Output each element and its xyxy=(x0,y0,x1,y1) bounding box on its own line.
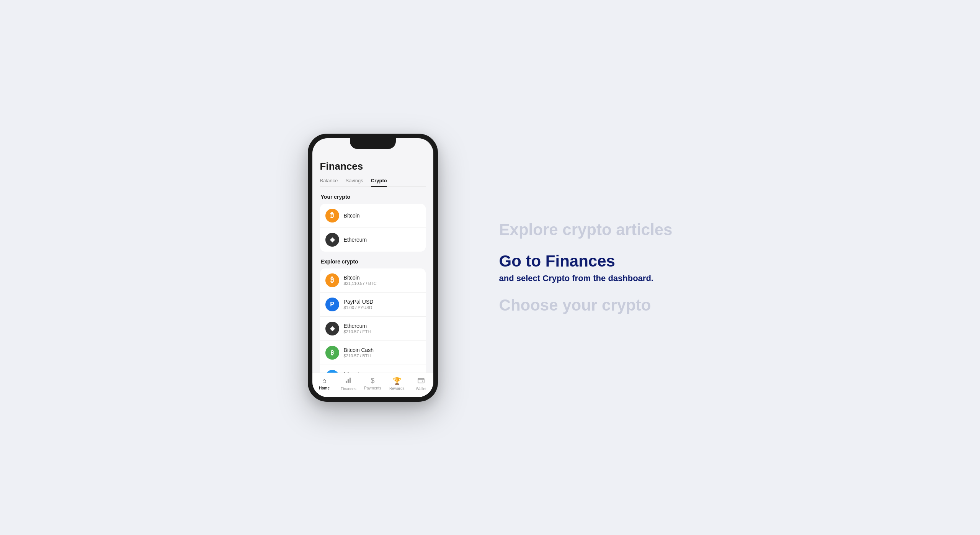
bitcoincash-price: $210.57 / BTH xyxy=(344,353,420,358)
tab-balance[interactable]: Balance xyxy=(320,178,338,187)
tab-savings[interactable]: Savings xyxy=(346,178,363,187)
step1-text: Explore crypto articles xyxy=(499,220,673,239)
nav-wallet-label: Wallet xyxy=(416,387,426,391)
rewards-icon: 🏆 xyxy=(393,377,401,385)
your-crypto-title: Your crypto xyxy=(320,194,426,200)
tab-bar: Balance Savings Crypto xyxy=(320,178,426,187)
nav-finances[interactable]: Finances xyxy=(336,377,361,391)
bottom-nav: ⌂ Home Finances $ Payments xyxy=(312,373,433,397)
bitcoin-icon: ₿ xyxy=(325,209,339,223)
bitcoincash-icon: ₿ xyxy=(325,346,339,360)
explore-crypto-title: Explore crypto xyxy=(320,259,426,265)
nav-finances-label: Finances xyxy=(341,387,356,391)
ethereum-explore-icon: ◆ xyxy=(325,322,339,335)
paypal-icon: P xyxy=(325,298,339,311)
ethereum-explore-price: $210.57 / ETH xyxy=(344,329,420,334)
ethereum-name: Ethereum xyxy=(344,237,420,243)
step2-title: Go to Finances xyxy=(499,252,673,271)
step2-container: Go to Finances and select Crypto from th… xyxy=(499,252,673,283)
svg-point-5 xyxy=(422,380,423,381)
litecoin-icon: Ł xyxy=(325,370,339,373)
phone-screen: Finances Balance Savings Crypto Your cry… xyxy=(312,138,433,397)
svg-rect-2 xyxy=(350,378,351,383)
nav-home[interactable]: ⌂ Home xyxy=(312,377,336,391)
right-content-panel: Explore crypto articles Go to Finances a… xyxy=(499,220,673,315)
page-container: Finances Balance Savings Crypto Your cry… xyxy=(0,0,980,535)
step2-subtitle: and select Crypto from the dashboard. xyxy=(499,273,673,283)
list-item[interactable]: ◆ Ethereum $210.57 / ETH xyxy=(320,317,426,341)
bitcoin-explore-price: $21,110.57 / BTC xyxy=(344,281,420,286)
svg-rect-1 xyxy=(348,379,349,383)
list-item[interactable]: Ł Litecoin $48.96 / LTC xyxy=(320,365,426,373)
list-item[interactable]: ₿ Bitcoin $21,110.57 / BTC xyxy=(320,268,426,293)
ethereum-icon: ◆ xyxy=(325,233,339,247)
ethereum-explore-name: Ethereum xyxy=(344,323,420,329)
screen-content: Finances Balance Savings Crypto Your cry… xyxy=(312,138,433,373)
bitcoin-name: Bitcoin xyxy=(344,213,420,219)
finances-icon xyxy=(345,377,352,386)
nav-payments[interactable]: $ Payments xyxy=(361,377,385,391)
bitcoincash-name: Bitcoin Cash xyxy=(344,347,420,353)
list-item[interactable]: ₿ Bitcoin Cash $210.57 / BTH xyxy=(320,341,426,365)
app-title: Finances xyxy=(320,157,426,172)
list-item[interactable]: ₿ Bitcoin xyxy=(320,204,426,228)
nav-rewards-label: Rewards xyxy=(389,386,404,391)
nav-home-label: Home xyxy=(319,386,330,390)
nav-wallet[interactable]: Wallet xyxy=(409,377,433,391)
tab-crypto[interactable]: Crypto xyxy=(371,178,387,187)
phone-notch xyxy=(350,138,396,149)
payments-icon: $ xyxy=(371,377,375,385)
list-item[interactable]: P PayPal USD $1.00 / PYUSD xyxy=(320,293,426,317)
nav-rewards[interactable]: 🏆 Rewards xyxy=(385,377,409,391)
bitcoin-explore-name: Bitcoin xyxy=(344,275,420,281)
your-crypto-list: ₿ Bitcoin ◆ Ethereum xyxy=(320,204,426,252)
paypal-price: $1.00 / PYUSD xyxy=(344,305,420,310)
svg-rect-0 xyxy=(346,381,347,383)
bitcoin-explore-icon: ₿ xyxy=(325,273,339,287)
home-icon: ⌂ xyxy=(322,377,327,385)
paypal-name: PayPal USD xyxy=(344,299,420,305)
wallet-icon xyxy=(418,377,425,386)
step3-text: Choose your crypto xyxy=(499,296,673,315)
nav-payments-label: Payments xyxy=(364,386,381,390)
explore-crypto-list: ₿ Bitcoin $21,110.57 / BTC P PayPal USD xyxy=(320,268,426,373)
list-item[interactable]: ◆ Ethereum xyxy=(320,228,426,252)
phone-mockup: Finances Balance Savings Crypto Your cry… xyxy=(308,134,438,402)
